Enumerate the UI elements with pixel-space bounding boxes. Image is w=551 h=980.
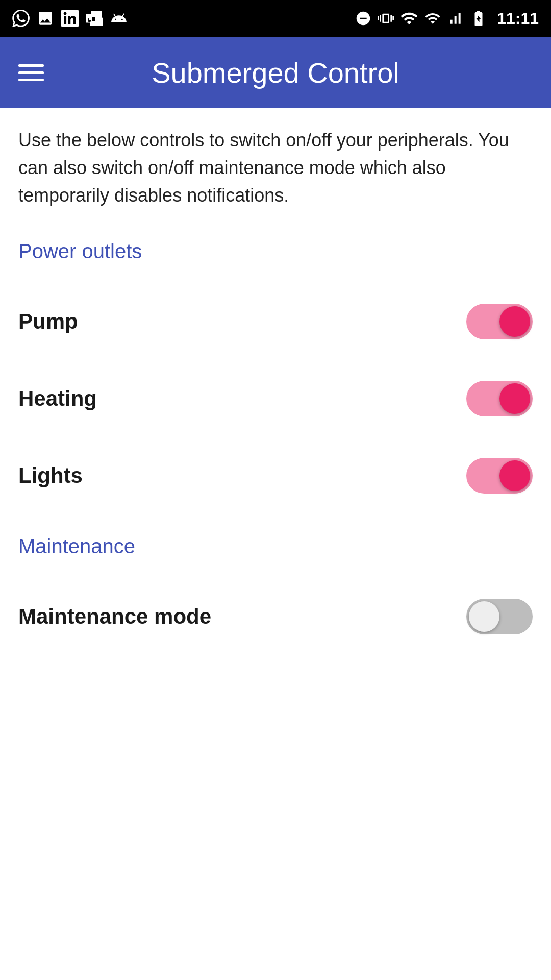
app-title: Submerged Control xyxy=(64,56,487,89)
lights-label: Lights xyxy=(18,463,83,488)
vibrate-icon xyxy=(378,10,394,27)
maintenance-mode-toggle[interactable] xyxy=(466,599,533,634)
lights-toggle[interactable] xyxy=(466,458,533,494)
heating-row: Heating xyxy=(18,360,533,437)
heating-label: Heating xyxy=(18,386,97,411)
signal-strength-icon xyxy=(424,10,441,27)
pump-label: Pump xyxy=(18,309,78,334)
gallery-icon xyxy=(37,10,54,27)
maintenance-mode-toggle-thumb xyxy=(469,601,499,632)
maintenance-mode-label: Maintenance mode xyxy=(18,604,211,629)
hamburger-menu-button[interactable] xyxy=(18,64,44,81)
section-header-power-outlets: Power outlets xyxy=(18,235,533,273)
main-content: Use the below controls to switch on/off … xyxy=(0,108,551,655)
pump-toggle[interactable] xyxy=(466,304,533,339)
pump-row: Pump xyxy=(18,283,533,360)
section-header-maintenance: Maintenance xyxy=(18,530,533,568)
status-time: 11:11 xyxy=(497,9,539,28)
linkedin-icon xyxy=(61,10,79,27)
maintenance-section: Maintenance Maintenance mode xyxy=(18,530,533,655)
status-bar-left-icons xyxy=(12,10,128,27)
do-not-disturb-icon xyxy=(355,10,371,27)
lights-row: Lights xyxy=(18,437,533,514)
signal-strength2-icon xyxy=(447,10,463,27)
battery-icon xyxy=(469,9,488,28)
android-icon xyxy=(110,10,128,27)
maintenance-mode-row: Maintenance mode xyxy=(18,578,533,655)
heating-toggle-thumb xyxy=(499,383,530,414)
description-text: Use the below controls to switch on/off … xyxy=(18,127,533,209)
heating-toggle[interactable] xyxy=(466,381,533,416)
app-bar: Submerged Control xyxy=(0,37,551,108)
wifi-icon xyxy=(400,9,418,28)
outlook-icon xyxy=(86,10,103,27)
status-bar-right-icons: 11:11 xyxy=(355,9,539,28)
whatsapp-icon xyxy=(12,10,30,27)
status-bar: 11:11 xyxy=(0,0,551,37)
lights-toggle-thumb xyxy=(499,460,530,491)
pump-toggle-thumb xyxy=(499,306,530,337)
